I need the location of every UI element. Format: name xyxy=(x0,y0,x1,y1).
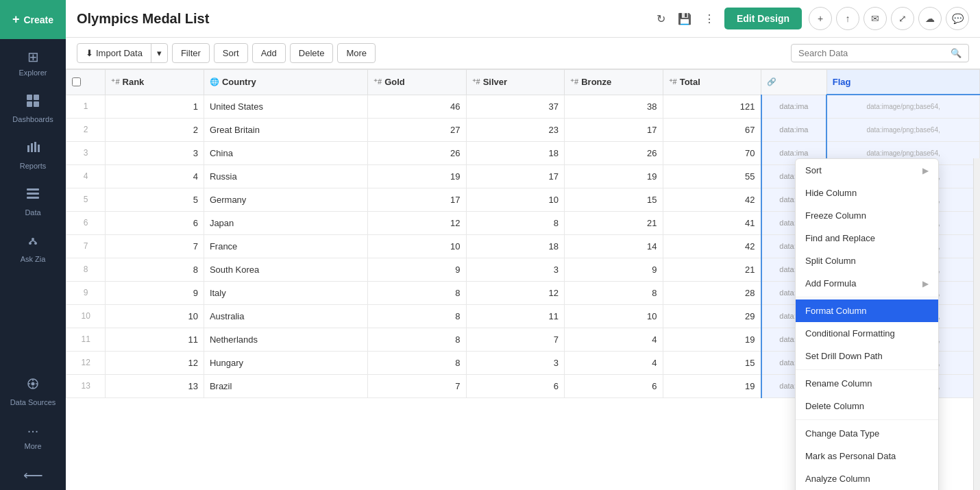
delete-button[interactable]: Delete xyxy=(290,43,334,63)
row-number: 8 xyxy=(66,258,106,281)
menu-item-freeze-column[interactable]: Freeze Column xyxy=(796,204,938,227)
country-col-label: Country xyxy=(222,77,256,87)
sidebar-item-explorer[interactable]: ⊞ Explorer xyxy=(0,39,66,84)
rank-cell: 11 xyxy=(106,328,204,351)
rank-cell: 7 xyxy=(106,234,204,258)
rank-cell: 1 xyxy=(106,95,204,118)
menu-item-hide-column[interactable]: Hide Column xyxy=(796,182,938,204)
col-total-header[interactable]: ⁺# Total xyxy=(663,70,761,95)
menu-item-label: Sort xyxy=(805,165,822,175)
add-button[interactable]: Add xyxy=(252,43,286,63)
row-number: 7 xyxy=(66,234,106,258)
silver-cell: 17 xyxy=(466,164,565,188)
search-input[interactable] xyxy=(798,48,946,58)
total-cell: 67 xyxy=(663,118,761,141)
row-number: 13 xyxy=(66,374,106,397)
cloud-icon-btn[interactable]: ☁ xyxy=(918,7,942,30)
import-data-button[interactable]: ⬇ Import Data ▾ xyxy=(77,43,168,63)
menu-item-sort[interactable]: Sort▶ xyxy=(796,159,938,182)
comment-icon-btn[interactable]: 💬 xyxy=(946,7,969,30)
sidebar-item-reports[interactable]: Reports xyxy=(0,130,66,177)
menu-item-format-column[interactable]: Format Column xyxy=(796,299,938,322)
more-options-icon[interactable]: ⋮ xyxy=(701,10,718,28)
total-cell: 70 xyxy=(663,141,761,164)
sort-button[interactable]: Sort xyxy=(214,43,248,63)
country-cell: Japan xyxy=(204,211,367,234)
svg-rect-10 xyxy=(27,197,39,199)
svg-point-13 xyxy=(34,242,37,245)
gold-cell: 19 xyxy=(368,164,467,188)
col-bronze-header[interactable]: ⁺# Bronze xyxy=(565,70,663,95)
gold-cell: 12 xyxy=(368,211,467,234)
row-number: 1 xyxy=(66,95,106,118)
sidebar-item-label: Dashboards xyxy=(12,115,53,123)
bronze-cell: 10 xyxy=(565,304,663,328)
menu-item-set-drill-down[interactable]: Set Drill Down Path xyxy=(796,345,938,367)
col-rank-header[interactable]: ⁺# Rank xyxy=(106,70,204,95)
menu-item-add-formula[interactable]: Add Formula▶ xyxy=(796,272,938,295)
share-icon-btn[interactable]: ⤢ xyxy=(891,7,914,30)
total-cell: 15 xyxy=(663,351,761,374)
flag-link-cell: data:ima xyxy=(761,95,827,118)
total-cell: 28 xyxy=(663,281,761,304)
bronze-cell: 8 xyxy=(565,281,663,304)
menu-item-analyze-column[interactable]: Analyze Column xyxy=(796,467,938,490)
sidebar-item-ask-zia[interactable]: Ask Zia xyxy=(0,223,66,270)
sidebar-item-dashboards[interactable]: Dashboards xyxy=(0,84,66,130)
col-flag-link-header[interactable]: 🔗 xyxy=(761,70,827,95)
flag-link-cell: data:ima xyxy=(761,118,827,141)
email-icon-btn[interactable]: ✉ xyxy=(863,7,887,30)
more-button[interactable]: More xyxy=(337,43,376,63)
sidebar-item-data[interactable]: Data xyxy=(0,177,66,223)
gold-cell: 26 xyxy=(368,141,467,164)
svg-rect-3 xyxy=(34,101,39,107)
submenu-arrow-icon: ▶ xyxy=(922,166,929,175)
country-cell: Hungary xyxy=(204,351,367,374)
col-checkbox[interactable] xyxy=(66,70,106,95)
col-country-header[interactable]: 🌐 Country xyxy=(204,70,367,95)
gold-cell: 27 xyxy=(368,118,467,141)
explorer-icon: ⊞ xyxy=(27,49,39,65)
refresh-icon[interactable]: ↻ xyxy=(654,10,668,28)
country-cell: United States xyxy=(204,95,367,118)
sidebar-item-data-sources[interactable]: Data Sources xyxy=(0,367,66,413)
select-all-checkbox[interactable] xyxy=(72,77,81,86)
svg-rect-7 xyxy=(38,145,40,152)
scrollbar[interactable] xyxy=(973,158,980,490)
menu-item-change-data-type[interactable]: Change Data Type xyxy=(796,422,938,445)
upload-icon-btn[interactable]: ↑ xyxy=(836,7,859,30)
svg-rect-6 xyxy=(34,142,36,152)
col-silver-header[interactable]: ⁺# Silver xyxy=(466,70,565,95)
create-button[interactable]: + Create xyxy=(0,0,66,39)
menu-item-conditional-formatting[interactable]: Conditional Formatting xyxy=(796,322,938,345)
country-cell: Brazil xyxy=(204,374,367,397)
search-box[interactable]: 🔍 xyxy=(791,44,969,62)
svg-rect-1 xyxy=(34,95,39,100)
add-icon-btn[interactable]: + xyxy=(809,7,832,30)
save-icon[interactable]: 💾 xyxy=(675,10,694,28)
gold-cell: 46 xyxy=(368,95,467,118)
menu-item-mark-personal[interactable]: Mark as Personal Data xyxy=(796,445,938,467)
plus-icon: + xyxy=(12,12,20,27)
total-col-label: Total xyxy=(680,77,700,87)
menu-item-find-replace[interactable]: Find and Replace xyxy=(796,227,938,249)
menu-item-delete-column[interactable]: Delete Column xyxy=(796,395,938,417)
rank-cell: 12 xyxy=(106,351,204,374)
col-flag-header[interactable]: Flag xyxy=(826,70,979,95)
sidebar-item-collapse[interactable]: ⟵ xyxy=(0,457,66,490)
import-arrow-icon[interactable]: ▾ xyxy=(151,44,167,62)
menu-item-split-column[interactable]: Split Column xyxy=(796,249,938,272)
edit-design-button[interactable]: Edit Design xyxy=(724,8,802,29)
svg-line-14 xyxy=(30,241,33,242)
page-title: Olympics Medal List xyxy=(77,11,647,27)
col-gold-header[interactable]: ⁺# Gold xyxy=(368,70,467,95)
row-number: 6 xyxy=(66,211,106,234)
menu-item-rename-column[interactable]: Rename Column xyxy=(796,372,938,395)
sidebar-item-more[interactable]: ··· More xyxy=(0,413,66,457)
flag-col-label: Flag xyxy=(833,77,851,87)
silver-cell: 3 xyxy=(466,351,565,374)
silver-cell: 12 xyxy=(466,281,565,304)
rank-cell: 5 xyxy=(106,188,204,211)
bronze-cell: 4 xyxy=(565,351,663,374)
filter-button[interactable]: Filter xyxy=(172,43,210,63)
